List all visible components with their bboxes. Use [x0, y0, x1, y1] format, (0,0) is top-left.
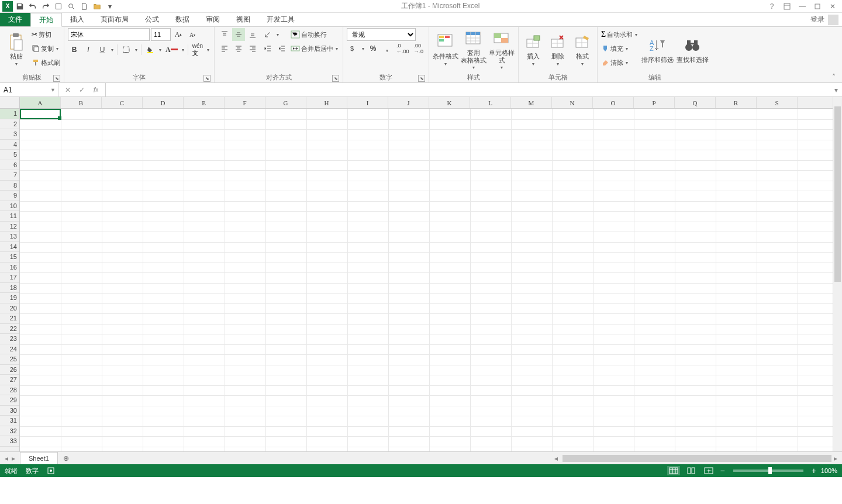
view-page-break-button[interactable] [702, 466, 715, 475]
row-header[interactable]: 6 [0, 160, 19, 171]
column-header[interactable]: L [470, 97, 511, 108]
tab-home[interactable]: 开始 [30, 13, 62, 27]
view-normal-button[interactable] [667, 466, 680, 475]
delete-cells-button[interactable]: 删除▾ [547, 28, 569, 71]
row-header[interactable]: 32 [0, 426, 19, 437]
italic-button[interactable]: I [82, 43, 95, 56]
tab-formulas[interactable]: 公式 [137, 13, 167, 26]
sheet-tab-active[interactable]: Sheet1 [20, 452, 58, 464]
column-header[interactable]: R [716, 97, 757, 108]
column-header[interactable]: J [388, 97, 429, 108]
percent-button[interactable]: % [367, 42, 379, 55]
column-header[interactable]: P [634, 97, 675, 108]
format-cells-button[interactable]: 格式▾ [571, 28, 593, 71]
row-header[interactable]: 21 [0, 313, 19, 324]
column-header[interactable]: K [429, 97, 470, 108]
zoom-out-button[interactable]: − [720, 466, 724, 475]
cancel-formula-button[interactable]: ✕ [62, 84, 74, 96]
insert-function-button[interactable]: fx [90, 84, 102, 96]
enter-formula-button[interactable]: ✓ [76, 84, 88, 96]
tab-page-layout[interactable]: 页面布局 [92, 13, 137, 26]
sheet-nav-prev[interactable]: ▸ [12, 454, 15, 462]
help-button[interactable]: ? [765, 1, 779, 12]
clear-button[interactable]: 清除▾ [601, 56, 639, 69]
row-header[interactable]: 31 [0, 416, 19, 426]
row-header[interactable]: 28 [0, 385, 19, 396]
tab-file[interactable]: 文件 [0, 13, 30, 26]
increase-indent-button[interactable] [275, 42, 288, 55]
row-header[interactable]: 10 [0, 201, 19, 212]
conditional-format-button[interactable]: 条件格式▾ [433, 28, 458, 71]
name-box-dropdown[interactable]: ▼ [50, 87, 56, 93]
undo-button[interactable] [27, 1, 39, 12]
sort-filter-button[interactable]: AZ 排序和筛选 [641, 28, 674, 71]
formula-input[interactable] [106, 83, 830, 96]
row-header[interactable]: 33 [0, 436, 19, 447]
row-header[interactable]: 13 [0, 232, 19, 242]
name-box[interactable]: ▼ [0, 83, 58, 96]
view-page-layout-button[interactable] [685, 466, 698, 475]
align-left-button[interactable] [218, 42, 231, 55]
font-name-input[interactable] [68, 28, 150, 41]
zoom-in-button[interactable]: + [812, 466, 816, 475]
qat-customize-button[interactable]: ▾ [104, 1, 116, 12]
cut-button[interactable]: ✂剪切 [32, 28, 60, 41]
increase-font-button[interactable]: A▴ [172, 28, 185, 41]
column-header[interactable]: E [184, 97, 225, 108]
column-header[interactable]: H [306, 97, 347, 108]
underline-button[interactable]: U [96, 43, 109, 56]
border-button[interactable] [120, 43, 133, 56]
font-size-input[interactable] [151, 28, 171, 41]
select-all-corner[interactable] [0, 97, 20, 109]
column-header[interactable]: M [511, 97, 552, 108]
row-header[interactable]: 18 [0, 283, 19, 294]
insert-cells-button[interactable]: 插入▾ [522, 28, 544, 71]
column-header[interactable]: O [593, 97, 634, 108]
font-launcher[interactable]: ⬊ [203, 75, 210, 82]
redo-button[interactable] [40, 1, 51, 12]
user-avatar-icon[interactable] [828, 15, 838, 25]
save-button[interactable] [14, 1, 26, 12]
align-middle-button[interactable] [232, 28, 245, 41]
cells-area[interactable] [20, 109, 833, 451]
name-box-input[interactable] [4, 86, 44, 94]
add-sheet-button[interactable]: ⊕ [58, 452, 74, 464]
horizontal-scrollbar[interactable]: ◂ ▸ [550, 452, 842, 464]
column-header[interactable]: A [20, 97, 61, 108]
row-header[interactable]: 5 [0, 150, 19, 160]
align-bottom-button[interactable] [246, 28, 259, 41]
wrap-text-button[interactable]: 自动换行 [291, 28, 339, 41]
accounting-format-button[interactable]: $ [347, 42, 360, 55]
tab-review[interactable]: 审阅 [198, 13, 228, 26]
row-header[interactable]: 3 [0, 129, 19, 140]
horizontal-scroll-thumb[interactable] [563, 455, 831, 462]
column-header[interactable]: I [347, 97, 388, 108]
new-button[interactable] [78, 1, 90, 12]
zoom-slider-thumb[interactable] [768, 467, 772, 474]
bold-button[interactable]: B [68, 43, 81, 56]
vertical-scrollbar[interactable] [833, 97, 842, 451]
row-header[interactable]: 7 [0, 170, 19, 181]
number-format-select[interactable]: 常规 [347, 28, 416, 41]
row-header[interactable]: 9 [0, 191, 19, 201]
row-header[interactable]: 24 [0, 344, 19, 355]
find-select-button[interactable]: 查找和选择 [676, 28, 709, 71]
open-button[interactable] [91, 1, 103, 12]
hscroll-right[interactable]: ▸ [831, 454, 840, 462]
fill-button[interactable]: 填充▾ [601, 42, 639, 55]
tab-insert[interactable]: 插入 [62, 13, 92, 26]
collapse-ribbon-button[interactable]: ˄ [829, 73, 838, 81]
row-header[interactable]: 4 [0, 140, 19, 150]
row-header[interactable]: 20 [0, 303, 19, 314]
row-header[interactable]: 11 [0, 211, 19, 222]
column-header[interactable]: B [61, 97, 102, 108]
row-header[interactable]: 26 [0, 365, 19, 375]
ribbon-options-button[interactable] [780, 1, 794, 12]
decrease-decimal-button[interactable]: .00→.0 [412, 42, 426, 55]
phonetic-button[interactable]: wén文 [191, 43, 205, 56]
column-header[interactable]: F [225, 97, 265, 108]
vertical-scroll-thumb[interactable] [834, 106, 841, 282]
print-preview-button[interactable] [65, 1, 77, 12]
autosum-button[interactable]: Σ自动求和▾ [601, 28, 639, 41]
qat-button-1[interactable] [53, 1, 64, 12]
